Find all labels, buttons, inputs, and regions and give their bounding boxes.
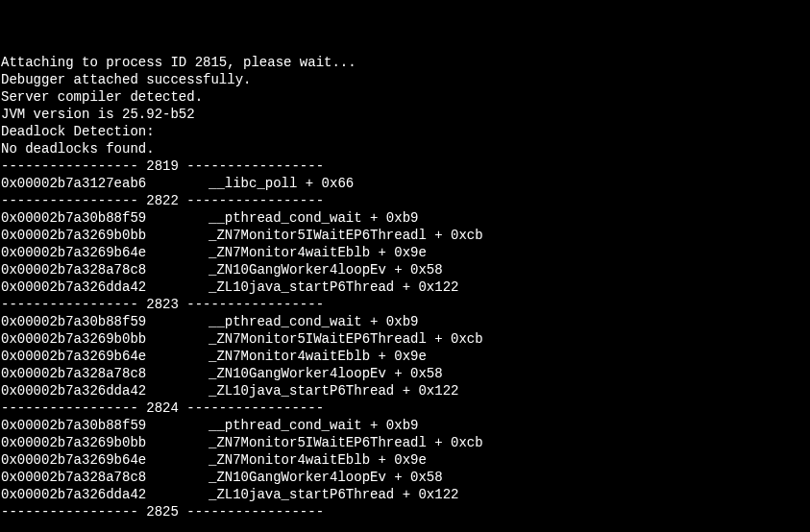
thread-separator: ----------------- 2822 ----------------- [1,192,810,209]
terminal-output: Attaching to process ID 2815, please wai… [1,54,810,520]
frame-address: 0x00002b7a3127eab6 [1,175,162,192]
stack-frame: 0x00002b7a3269b0bb_ZN7Monitor5IWaitEP6Th… [1,227,810,244]
thread-separator: ----------------- 2825 ----------------- [1,503,810,520]
frame-address: 0x00002b7a328a78c8 [1,365,162,382]
stack-frame: 0x00002b7a30b88f59__pthread_cond_wait + … [1,209,810,227]
attach-message: Attaching to process ID 2815, please wai… [1,54,810,71]
frame-symbol: _ZN7Monitor4waitEblb + 0x9e [209,452,427,468]
thread-separator: ----------------- 2824 ----------------- [1,399,810,417]
frame-symbol: _ZL10java_startP6Thread + 0x122 [209,487,458,502]
frame-address: 0x00002b7a30b88f59 [1,209,162,227]
frame-symbol: __pthread_cond_wait + 0xb9 [209,314,418,329]
frame-address: 0x00002b7a3269b64e [1,451,162,469]
stack-frame: 0x00002b7a3127eab6__libc_poll + 0x66 [1,175,810,192]
stack-frame: 0x00002b7a328a78c8_ZN10GangWorker4loopEv… [1,469,810,486]
frame-address: 0x00002b7a326dda42 [1,278,162,296]
frame-address: 0x00002b7a326dda42 [1,382,162,399]
frame-symbol: __pthread_cond_wait + 0xb9 [209,210,418,226]
frame-address: 0x00002b7a3269b0bb [1,330,162,348]
frame-symbol: _ZN7Monitor5IWaitEP6Threadl + 0xcb [209,228,483,243]
stack-frame: 0x00002b7a3269b64e_ZN7Monitor4waitEblb +… [1,348,810,365]
compiler-detected-message: Server compiler detected. [1,88,810,106]
frame-symbol: __pthread_cond_wait + 0xb9 [209,418,418,433]
frame-address: 0x00002b7a326dda42 [1,486,162,503]
frame-address: 0x00002b7a30b88f59 [1,313,162,330]
stack-frame: 0x00002b7a3269b0bb_ZN7Monitor5IWaitEP6Th… [1,330,810,348]
thread-separator: ----------------- 2819 ----------------- [1,157,810,175]
frame-address: 0x00002b7a3269b64e [1,244,162,261]
frame-symbol: _ZN7Monitor4waitEblb + 0x9e [209,349,427,364]
frame-address: 0x00002b7a30b88f59 [1,417,162,434]
frame-symbol: _ZN10GangWorker4loopEv + 0x58 [209,366,443,381]
stack-frame: 0x00002b7a326dda42_ZL10java_startP6Threa… [1,486,810,503]
jvm-version: JVM version is 25.92-b52 [1,106,810,123]
thread-separator: ----------------- 2823 ----------------- [1,296,810,313]
stack-frame: 0x00002b7a3269b64e_ZN7Monitor4waitEblb +… [1,244,810,261]
stack-frame: 0x00002b7a328a78c8_ZN10GangWorker4loopEv… [1,261,810,278]
stack-frame: 0x00002b7a30b88f59__pthread_cond_wait + … [1,417,810,434]
stack-frame: 0x00002b7a326dda42_ZL10java_startP6Threa… [1,278,810,296]
frame-address: 0x00002b7a3269b0bb [1,227,162,244]
frame-symbol: _ZN10GangWorker4loopEv + 0x58 [209,470,443,485]
stack-frame: 0x00002b7a3269b64e_ZN7Monitor4waitEblb +… [1,451,810,469]
frame-address: 0x00002b7a3269b0bb [1,434,162,451]
frame-symbol: _ZL10java_startP6Thread + 0x122 [209,279,458,295]
frame-symbol: _ZN10GangWorker4loopEv + 0x58 [209,262,443,278]
frame-address: 0x00002b7a328a78c8 [1,261,162,278]
deadlock-detection-title: Deadlock Detection: [1,123,810,140]
debugger-attached-message: Debugger attached successfully. [1,71,810,88]
frame-address: 0x00002b7a328a78c8 [1,469,162,486]
frame-symbol: _ZN7Monitor5IWaitEP6Threadl + 0xcb [209,331,483,347]
stack-frame: 0x00002b7a30b88f59__pthread_cond_wait + … [1,313,810,330]
frame-symbol: _ZN7Monitor4waitEblb + 0x9e [209,245,427,260]
frame-address: 0x00002b7a3269b64e [1,348,162,365]
stack-frame: 0x00002b7a326dda42_ZL10java_startP6Threa… [1,382,810,399]
frame-symbol: __libc_poll + 0x66 [209,176,354,191]
frame-symbol: _ZL10java_startP6Thread + 0x122 [209,383,458,399]
stack-frame: 0x00002b7a328a78c8_ZN10GangWorker4loopEv… [1,365,810,382]
deadlock-result: No deadlocks found. [1,140,810,157]
frame-symbol: _ZN7Monitor5IWaitEP6Threadl + 0xcb [209,435,483,450]
stack-frame: 0x00002b7a3269b0bb_ZN7Monitor5IWaitEP6Th… [1,434,810,451]
